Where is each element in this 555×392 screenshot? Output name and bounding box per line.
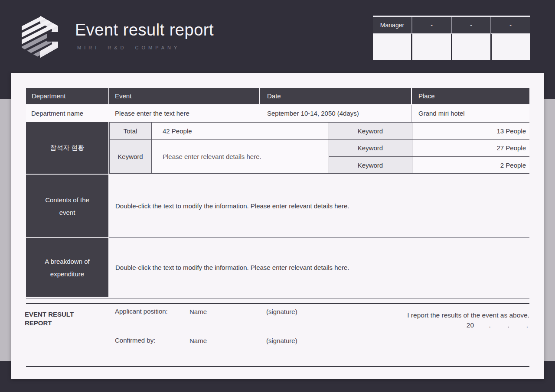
place-value[interactable]: Grand miri hotel [418, 105, 465, 122]
keyword-placeholder[interactable]: Please enter relevant details here. [163, 139, 261, 174]
keyword-row-1-value[interactable]: 13 People [412, 122, 526, 139]
contents-section-label-cell: Contents of the event [26, 175, 108, 237]
department-name-value[interactable]: Department name [31, 105, 83, 122]
report-statement: I report the results of the event as abo… [407, 311, 529, 319]
keyword-row-2-value[interactable]: 27 People [412, 139, 526, 156]
approval-header-dash-1: - [411, 17, 451, 33]
approval-header-dash-3: - [490, 17, 530, 33]
approval-header-dash-2: - [451, 17, 490, 33]
company-subtitle: MIRI R&D COMPANY [77, 45, 180, 50]
applicant-signature-field[interactable]: (signature) [266, 308, 297, 315]
column-header-place: Place [412, 88, 529, 104]
event-value[interactable]: Please enter the text here [115, 105, 189, 122]
confirmed-by-label: Confirmed by: [115, 337, 155, 344]
attendees-subtable: Total 42 People Keyword Please enter rel… [109, 122, 529, 174]
approval-signature-cell-4[interactable] [490, 33, 530, 60]
column-header-event: Event [109, 88, 259, 104]
date-value[interactable]: September 10-14, 2050 (4days) [267, 105, 359, 122]
keyword-row-3-value[interactable]: 2 People [412, 156, 526, 174]
column-header-date: Date [260, 88, 411, 104]
contents-placeholder[interactable]: Double-click the text to modify the info… [115, 175, 349, 237]
expenditure-section-label-cell: A breakdown of expenditure [26, 238, 108, 297]
approval-signature-cell-3[interactable] [451, 33, 490, 60]
approval-table: Manager - - - [373, 16, 530, 60]
contents-bottom-border [109, 237, 529, 238]
confirmed-signature-field[interactable]: (signature) [266, 337, 297, 344]
applicant-name-field[interactable]: Name [189, 308, 207, 315]
keyword-row-2-label: Keyword [329, 139, 412, 156]
total-label: Total [109, 122, 151, 139]
expenditure-section-label: A breakdown of expenditure [39, 255, 95, 280]
confirmed-name-field[interactable]: Name [189, 337, 207, 344]
column-header-department: Department [26, 88, 108, 104]
approval-signature-cell-2[interactable] [411, 33, 451, 60]
expenditure-bottom-border [26, 298, 529, 299]
approval-header-manager: Manager [373, 17, 411, 33]
keyword-row-1-label: Keyword [329, 122, 412, 139]
expenditure-placeholder[interactable]: Double-click the text to modify the info… [115, 238, 349, 297]
approval-signature-cell-1[interactable] [373, 33, 411, 60]
report-page: Department Event Date Place Department n… [11, 73, 544, 379]
approval-header-row: Manager - - - [373, 17, 530, 33]
info-row-divider-3 [411, 105, 412, 122]
approval-signature-row [373, 33, 530, 60]
attendees-border-v1 [151, 122, 152, 174]
page-title: Event result report [75, 21, 214, 39]
info-row-divider-2 [260, 105, 260, 122]
footer-report-title: EVENT RESULT REPORT [25, 310, 82, 327]
applicant-position-label: Applicant position: [115, 308, 168, 315]
total-value[interactable]: 42 People [163, 122, 192, 139]
footer-top-rule [26, 303, 529, 304]
footer-bottom-rule [26, 366, 529, 367]
attendees-section-label: 참석자 현황 [26, 122, 108, 174]
keyword-row-3-label: Keyword [329, 156, 412, 174]
miri-hexagon-logo-icon [20, 15, 60, 59]
info-row-divider-1 [109, 105, 109, 122]
report-date-line[interactable]: 20 . . . [467, 321, 528, 329]
keyword-label: Keyword [109, 139, 151, 174]
contents-section-label: Contents of the event [42, 194, 93, 219]
